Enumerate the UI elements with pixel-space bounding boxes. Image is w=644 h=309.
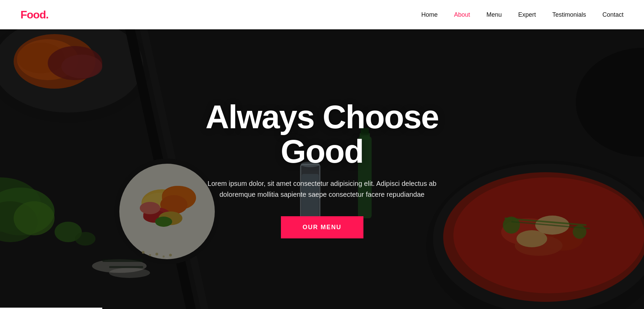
our-menu-button[interactable]: OUR MENU [281,216,363,238]
bottom-decorative-line [0,308,102,309]
nav-about[interactable]: About [454,11,470,18]
nav-expert[interactable]: Expert [518,11,536,18]
logo-dot: . [46,9,48,21]
hero-title: Always Choose Good [176,100,469,169]
hero-content: Always Choose Good Lorem ipsum dolor, si… [169,71,476,239]
main-nav: Home About Menu Expert Testimonials Cont… [421,11,624,18]
hero-section: Always Choose Good Lorem ipsum dolor, si… [0,0,644,309]
site-header: Food. Home About Menu Expert Testimonial… [0,0,644,29]
nav-home[interactable]: Home [421,11,438,18]
nav-testimonials[interactable]: Testimonials [552,11,586,18]
nav-menu[interactable]: Menu [486,11,502,18]
site-logo[interactable]: Food. [20,9,48,21]
nav-contact[interactable]: Contact [602,11,624,18]
hero-subtitle: Lorem ipsum dolor, sit amet consectetur … [189,178,455,200]
logo-text: Food [20,9,46,21]
